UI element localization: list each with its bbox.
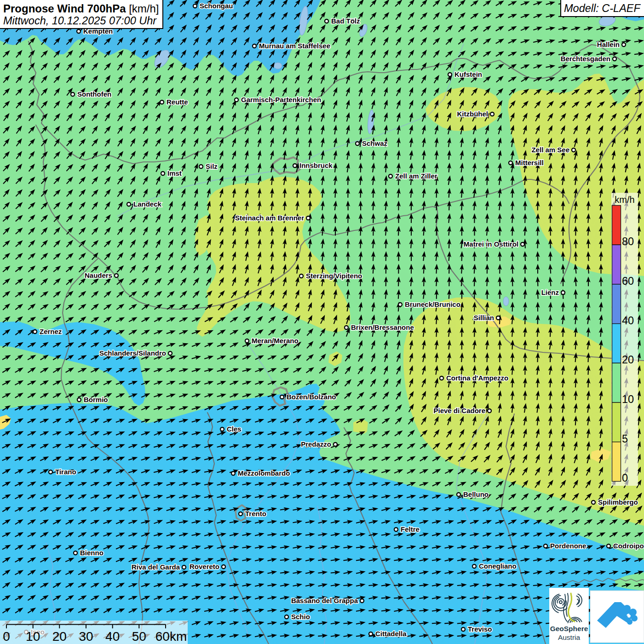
svg-text:Sillian: Sillian xyxy=(474,314,494,322)
svg-text:Mittersill: Mittersill xyxy=(515,159,544,167)
svg-text:Bassano del Grappa: Bassano del Grappa xyxy=(291,597,358,604)
svg-text:40: 40 xyxy=(105,629,120,644)
svg-text:60: 60 xyxy=(622,275,634,287)
svg-text:Codroipo: Codroipo xyxy=(613,542,644,550)
svg-text:Rovereto: Rovereto xyxy=(190,563,219,570)
svg-text:Conegliano: Conegliano xyxy=(479,562,517,570)
svg-text:Kufstein: Kufstein xyxy=(454,70,482,78)
svg-text:Bruneck/Brunico: Bruneck/Brunico xyxy=(405,300,460,308)
svg-text:80: 80 xyxy=(622,236,634,247)
svg-text:Spilimbergo: Spilimbergo xyxy=(598,498,638,506)
svg-text:Nauders: Nauders xyxy=(85,271,112,279)
svg-text:Kitzbühel: Kitzbühel xyxy=(457,110,489,118)
svg-text:0: 0 xyxy=(622,472,628,484)
svg-text:Imst: Imst xyxy=(167,169,182,177)
svg-text:0: 0 xyxy=(3,629,10,644)
svg-text:Tirano: Tirano xyxy=(55,468,76,476)
svg-text:Cles: Cles xyxy=(227,425,242,433)
svg-text:Brixen/Bressanone: Brixen/Bressanone xyxy=(351,323,414,331)
svg-text:Sonthofen: Sonthofen xyxy=(77,90,111,98)
svg-text:Hallein: Hallein xyxy=(597,40,620,48)
svg-text:Prognose Wind 700hPa [km/h]: Prognose Wind 700hPa [km/h] xyxy=(3,2,159,15)
svg-text:Lienz: Lienz xyxy=(541,288,559,296)
svg-text:Bormio: Bormio xyxy=(84,396,108,403)
svg-text:GeoSphere: GeoSphere xyxy=(550,625,588,632)
svg-text:20: 20 xyxy=(52,629,67,644)
svg-text:Schwaz: Schwaz xyxy=(362,139,387,147)
svg-text:50: 50 xyxy=(132,629,146,644)
svg-text:Cittadella: Cittadella xyxy=(375,630,407,638)
svg-text:Meran/Merano: Meran/Merano xyxy=(252,337,299,345)
svg-text:Zell am Ziller: Zell am Ziller xyxy=(395,172,437,180)
svg-text:10: 10 xyxy=(622,393,634,405)
svg-text:Austria: Austria xyxy=(558,633,581,641)
svg-text:Trento: Trento xyxy=(245,510,266,518)
svg-text:Murnau am Staffelsee: Murnau am Staffelsee xyxy=(259,42,330,50)
svg-text:Predazzo: Predazzo xyxy=(301,440,331,448)
svg-text:Reutte: Reutte xyxy=(167,98,188,106)
svg-text:Landeck: Landeck xyxy=(133,200,162,208)
svg-text:Zernez: Zernez xyxy=(40,328,62,335)
svg-text:Silz: Silz xyxy=(206,162,218,170)
svg-text:Steinach am Brenner: Steinach am Brenner xyxy=(235,214,304,222)
svg-text:Innsbruck: Innsbruck xyxy=(299,161,333,169)
svg-text:Schongau: Schongau xyxy=(200,2,233,10)
svg-text:Treviso: Treviso xyxy=(468,625,492,633)
svg-text:Feltre: Feltre xyxy=(401,525,420,533)
svg-text:km/h: km/h xyxy=(615,195,634,205)
svg-text:Bad Tölz: Bad Tölz xyxy=(331,17,360,25)
svg-text:Schio: Schio xyxy=(291,613,310,621)
svg-text:Zell am See: Zell am See xyxy=(531,146,569,154)
svg-text:60km: 60km xyxy=(155,629,187,644)
svg-text:5: 5 xyxy=(622,433,628,445)
svg-text:Bozen/Bolzano: Bozen/Bolzano xyxy=(287,393,336,401)
svg-text:Schlanders/Silandro: Schlanders/Silandro xyxy=(99,349,166,357)
svg-text:Mittwoch, 10.12.2025 07:00 Uhr: Mittwoch, 10.12.2025 07:00 Uhr xyxy=(3,15,157,27)
svg-text:Cortina d'Ampezzo: Cortina d'Ampezzo xyxy=(446,374,508,382)
svg-text:Bienno: Bienno xyxy=(80,549,104,557)
svg-text:40: 40 xyxy=(622,315,634,327)
svg-text:10: 10 xyxy=(26,629,40,644)
svg-text:Modell: C-LAEF: Modell: C-LAEF xyxy=(564,2,641,14)
svg-text:Mezzolombardo: Mezzolombardo xyxy=(238,469,290,477)
svg-text:Berchtesgaden: Berchtesgaden xyxy=(561,55,610,63)
svg-text:30: 30 xyxy=(79,629,93,644)
svg-text:Garmisch-Partenkirchen: Garmisch-Partenkirchen xyxy=(241,96,321,104)
svg-text:Belluno: Belluno xyxy=(463,490,489,498)
svg-text:Pordenone: Pordenone xyxy=(550,542,586,550)
svg-text:20: 20 xyxy=(622,354,634,366)
svg-text:Matrei in Osttirol: Matrei in Osttirol xyxy=(464,240,518,248)
svg-text:Sterzing/Vipiteno: Sterzing/Vipiteno xyxy=(306,272,362,280)
svg-text:Riva del Garda: Riva del Garda xyxy=(132,563,180,571)
svg-text:Pieve di Cadore: Pieve di Cadore xyxy=(433,407,485,414)
